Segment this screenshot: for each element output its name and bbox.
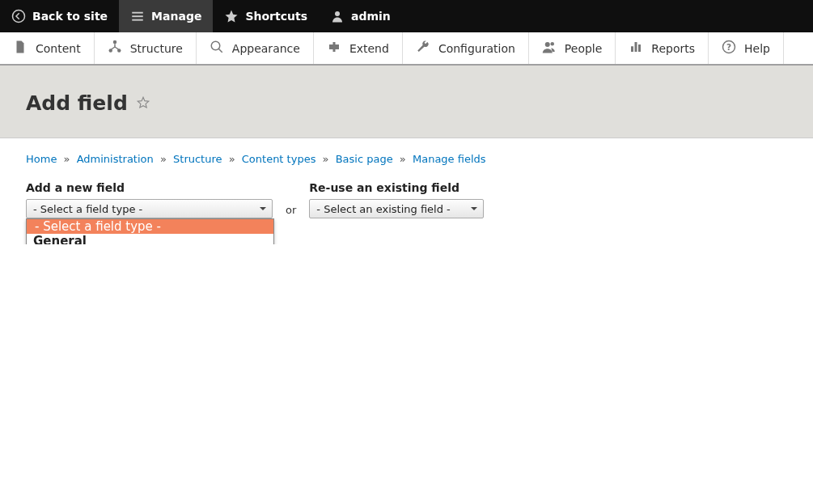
breadcrumb-sep: »	[160, 153, 167, 165]
or-separator: or	[286, 204, 296, 216]
hamburger-icon	[130, 9, 145, 23]
page-title-text: Add field	[26, 91, 128, 115]
svg-point-8	[211, 41, 220, 50]
admin-menu-appearance[interactable]: Appearance	[197, 32, 314, 64]
admin-menu-content[interactable]: Content	[0, 32, 95, 64]
breadcrumb-link-basic-page[interactable]: Basic page	[336, 153, 393, 165]
breadcrumb-link-content-types[interactable]: Content types	[242, 153, 316, 165]
svg-point-4	[335, 11, 340, 16]
star-icon	[224, 9, 239, 23]
breadcrumb-link-structure[interactable]: Structure	[173, 153, 222, 165]
new-field-column: Add a new field - Select a field type - …	[26, 181, 273, 218]
breadcrumb-link-administration[interactable]: Administration	[77, 153, 154, 165]
admin-menu-label: Appearance	[232, 42, 300, 55]
svg-point-0	[13, 11, 25, 23]
svg-point-9	[545, 42, 550, 47]
breadcrumb-link-manage-fields[interactable]: Manage fields	[413, 153, 486, 165]
svg-rect-2	[132, 15, 143, 17]
admin-menu-label: People	[565, 42, 603, 55]
help-icon: ?	[722, 40, 736, 57]
breadcrumb-sep: »	[400, 153, 406, 165]
shortcuts-link[interactable]: Shortcuts	[213, 0, 319, 32]
admin-menu-extend[interactable]: Extend	[314, 32, 403, 64]
svg-text:?: ?	[726, 42, 731, 52]
admin-menu-reports[interactable]: Reports	[616, 32, 709, 64]
top-toolbar: Back to site Manage Shortcuts admin	[0, 0, 813, 32]
admin-menu-label: Configuration	[438, 42, 515, 55]
shortcuts-label: Shortcuts	[245, 10, 307, 23]
user-menu[interactable]: admin	[319, 0, 402, 32]
breadcrumb-link-home[interactable]: Home	[26, 153, 57, 165]
back-to-site-label: Back to site	[32, 10, 108, 23]
favorite-star-icon[interactable]	[136, 91, 150, 115]
admin-menu-label: Help	[744, 42, 770, 55]
svg-rect-12	[635, 42, 637, 52]
content-region: Home » Administration » Structure » Cont…	[0, 138, 813, 244]
reports-icon	[629, 40, 643, 57]
svg-rect-3	[132, 19, 143, 21]
admin-menu-label: Structure	[130, 42, 183, 55]
manage-toggle[interactable]: Manage	[119, 0, 213, 32]
field-type-dropdown[interactable]: - Select a field type -GeneralBooleanCom…	[26, 218, 274, 244]
manage-label: Manage	[151, 10, 201, 23]
back-arrow-icon	[11, 9, 26, 23]
breadcrumb-sep: »	[64, 153, 70, 165]
admin-menu-configuration[interactable]: Configuration	[403, 32, 529, 64]
user-label: admin	[351, 10, 391, 23]
admin-menu-help[interactable]: ? Help	[709, 32, 784, 64]
dropdown-group-general: General	[27, 234, 273, 244]
page-header: Add field	[0, 66, 813, 138]
file-icon	[13, 40, 28, 57]
structure-icon	[108, 40, 122, 57]
svg-rect-1	[132, 12, 143, 14]
existing-field-select-value: - Select an existing field -	[316, 203, 450, 215]
svg-rect-11	[631, 46, 633, 52]
admin-menu-label: Extend	[349, 42, 389, 55]
svg-point-10	[550, 42, 554, 46]
back-to-site-link[interactable]: Back to site	[0, 0, 119, 32]
admin-menu: Content Structure Appearance Extend Conf…	[0, 32, 813, 66]
existing-field-select[interactable]: - Select an existing field -	[309, 199, 484, 218]
wrench-icon	[416, 40, 430, 57]
admin-menu-structure[interactable]: Structure	[95, 32, 197, 64]
existing-field-label: Re-use an existing field	[309, 181, 484, 194]
admin-menu-label: Reports	[651, 42, 695, 55]
breadcrumb-sep: »	[323, 153, 329, 165]
field-form-row: Add a new field - Select a field type - …	[26, 181, 787, 218]
new-field-select-value: - Select a field type -	[33, 203, 142, 215]
dropdown-option-selected[interactable]: - Select a field type -	[27, 219, 273, 234]
user-icon	[330, 9, 345, 23]
page-title: Add field	[26, 91, 787, 115]
existing-field-column: Re-use an existing field - Select an exi…	[309, 181, 484, 218]
svg-rect-13	[638, 44, 641, 52]
chevron-down-icon	[259, 203, 267, 215]
breadcrumb: Home » Administration » Structure » Cont…	[26, 153, 787, 165]
appearance-icon	[210, 40, 224, 57]
admin-menu-label: Content	[36, 42, 81, 55]
svg-point-5	[112, 40, 116, 44]
new-field-type-select[interactable]: - Select a field type -	[26, 199, 273, 218]
new-field-label: Add a new field	[26, 181, 273, 194]
admin-menu-people[interactable]: People	[529, 32, 616, 64]
chevron-down-icon	[470, 203, 478, 215]
people-icon	[542, 40, 557, 57]
extend-icon	[327, 40, 341, 57]
breadcrumb-sep: »	[229, 153, 235, 165]
